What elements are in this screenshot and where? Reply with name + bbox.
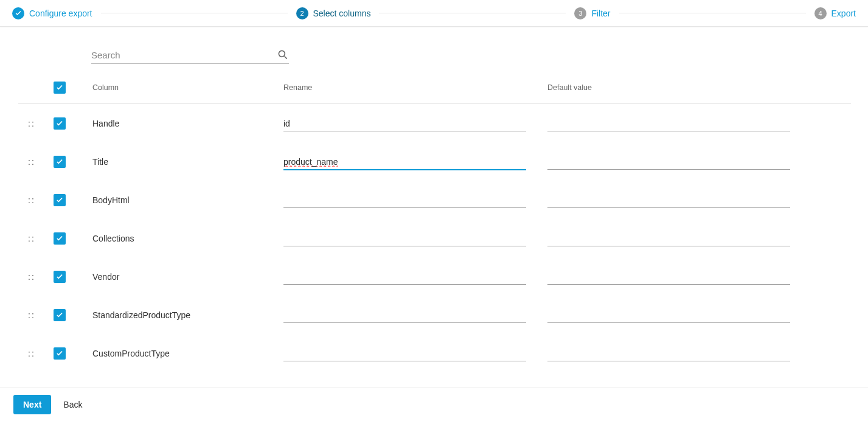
table-row: ::Collections xyxy=(18,219,851,257)
row-checkbox[interactable] xyxy=(54,271,66,283)
rename-input[interactable] xyxy=(283,115,526,131)
drag-handle-icon[interactable]: :: xyxy=(18,349,45,358)
default-value-input[interactable] xyxy=(547,268,790,285)
table-row: ::Handle xyxy=(18,104,851,142)
step-export[interactable]: 4 Export xyxy=(814,7,856,19)
header-default: Default value xyxy=(547,83,803,92)
step-configure-export[interactable]: Configure export xyxy=(12,7,92,19)
step-divider xyxy=(101,13,288,13)
step-label: Export xyxy=(832,9,856,18)
columns-grid[interactable]: Column Rename Default value ::Handle::Ti… xyxy=(18,74,851,387)
main-content: Column Rename Default value ::Handle::Ti… xyxy=(0,32,868,387)
search-input[interactable] xyxy=(91,50,277,60)
default-value-input[interactable] xyxy=(547,115,790,131)
default-value-input[interactable] xyxy=(547,307,790,323)
row-checkbox[interactable] xyxy=(54,156,66,168)
column-name: Title xyxy=(92,157,275,167)
table-row: ::CustomProductType xyxy=(18,334,851,372)
rename-input[interactable] xyxy=(283,192,526,208)
default-value-input[interactable] xyxy=(547,345,790,361)
row-checkbox[interactable] xyxy=(54,309,66,321)
drag-handle-icon[interactable]: :: xyxy=(18,234,45,243)
default-value-input[interactable] xyxy=(547,153,790,170)
step-divider xyxy=(379,13,566,13)
header-column: Column xyxy=(92,83,275,92)
row-checkbox[interactable] xyxy=(54,194,66,206)
search-icon xyxy=(277,49,289,61)
select-all-checkbox[interactable] xyxy=(54,82,66,94)
table-row: ::Vendor xyxy=(18,257,851,296)
back-button[interactable]: Back xyxy=(63,400,82,409)
rename-input[interactable] xyxy=(283,230,526,246)
column-name: Vendor xyxy=(92,272,275,282)
table-row: ::BodyHtml xyxy=(18,181,851,219)
drag-handle-icon[interactable]: :: xyxy=(18,195,45,205)
column-name: CustomProductType xyxy=(92,349,275,358)
header-rename: Rename xyxy=(283,83,539,92)
table-row: ::Title xyxy=(18,142,851,181)
step-label: Configure export xyxy=(29,9,92,18)
svg-line-1 xyxy=(285,57,287,59)
next-button[interactable]: Next xyxy=(13,395,51,414)
rename-input[interactable] xyxy=(283,153,526,170)
wizard-stepper: Configure export 2 Select columns 3 Filt… xyxy=(0,0,868,27)
drag-handle-icon[interactable]: :: xyxy=(18,310,45,320)
step-filter[interactable]: 3 Filter xyxy=(574,7,610,19)
step-label: Filter xyxy=(591,9,610,18)
default-value-input[interactable] xyxy=(547,230,790,246)
row-checkbox[interactable] xyxy=(54,117,66,130)
drag-handle-icon[interactable]: :: xyxy=(18,119,45,128)
step-number-icon: 4 xyxy=(814,7,827,19)
column-name: StandardizedProductType xyxy=(92,310,275,320)
table-row: ::StandardizedProductType xyxy=(18,296,851,334)
svg-point-0 xyxy=(279,50,285,57)
grid-header-row: Column Rename Default value xyxy=(18,74,851,104)
step-label: Select columns xyxy=(313,9,371,18)
rename-input[interactable] xyxy=(283,268,526,285)
row-checkbox[interactable] xyxy=(54,347,66,360)
check-icon xyxy=(12,7,24,19)
step-select-columns[interactable]: 2 Select columns xyxy=(296,7,371,19)
drag-handle-icon[interactable]: :: xyxy=(18,157,45,167)
wizard-footer: Next Back xyxy=(0,387,868,421)
step-divider xyxy=(619,13,806,13)
drag-handle-icon[interactable]: :: xyxy=(18,272,45,282)
rename-input[interactable] xyxy=(283,307,526,323)
step-number-icon: 3 xyxy=(574,7,586,19)
step-number-icon: 2 xyxy=(296,7,308,19)
column-name: Handle xyxy=(92,119,275,128)
search-field[interactable] xyxy=(91,49,289,64)
column-name: BodyHtml xyxy=(92,195,275,205)
default-value-input[interactable] xyxy=(547,192,790,208)
row-checkbox[interactable] xyxy=(54,232,66,245)
column-name: Collections xyxy=(92,234,275,243)
rename-input[interactable] xyxy=(283,345,526,361)
